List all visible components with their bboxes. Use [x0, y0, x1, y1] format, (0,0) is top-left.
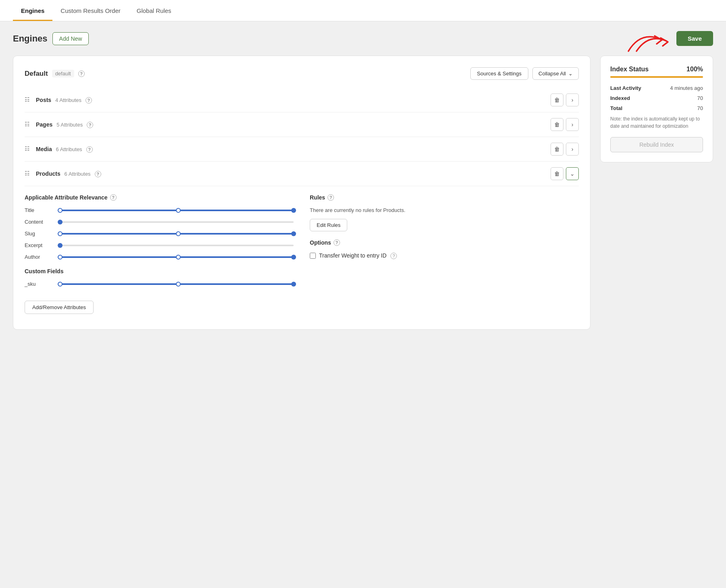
media-help-icon[interactable]: ?: [86, 146, 93, 153]
transfer-weight-help-icon[interactable]: ?: [390, 253, 397, 259]
media-source-name: Media 6 Attributes ?: [36, 146, 547, 153]
sources-settings-button[interactable]: Sources & Settings: [470, 67, 529, 80]
pages-doc-icon: ☷: [25, 121, 32, 128]
last-activity-label: Last Activity: [610, 85, 641, 91]
slider-row-slug: Slug: [25, 231, 294, 237]
slider-row-excerpt: Excerpt: [25, 242, 294, 248]
index-status-title: Index Status: [610, 66, 649, 73]
pages-help-icon[interactable]: ?: [87, 122, 93, 128]
pages-expand-button[interactable]: ›: [566, 118, 579, 131]
index-progress-fill: [610, 76, 703, 78]
options-section: Options ? Transfer Weight to entry ID ?: [310, 239, 579, 259]
products-delete-button[interactable]: 🗑: [551, 167, 563, 180]
slider-label-title: Title: [25, 207, 53, 213]
slider-label-slug: Slug: [25, 231, 53, 237]
posts-delete-button[interactable]: 🗑: [551, 93, 563, 106]
edit-rules-button[interactable]: Edit Rules: [310, 219, 347, 231]
slider-track-slug[interactable]: [58, 233, 294, 235]
engine-help-icon[interactable]: ?: [78, 71, 85, 77]
products-source-name: Products 6 Attributes ?: [36, 170, 547, 177]
slider-row-author: Author: [25, 254, 294, 260]
products-actions: 🗑 ⌄: [551, 167, 579, 180]
rules-empty-message: There are currently no rules for Product…: [310, 207, 579, 213]
posts-help-icon[interactable]: ?: [86, 97, 92, 104]
rules-options-section: Rules ? There are currently no rules for…: [310, 194, 579, 314]
source-row-products: ☷ Products 6 Attributes ? 🗑 ⌄: [25, 162, 579, 186]
index-stat-last-activity: Last Activity 4 minutes ago: [610, 85, 703, 91]
index-stat-indexed: Indexed 70: [610, 95, 703, 101]
options-title: Options ?: [310, 239, 579, 246]
pages-attrs: 5 Attributes: [56, 122, 83, 128]
index-card-header: Index Status 100%: [610, 66, 703, 73]
last-activity-value: 4 minutes ago: [670, 85, 703, 91]
rules-section: Rules ? There are currently no rules for…: [310, 194, 579, 231]
index-stat-total: Total 70: [610, 105, 703, 111]
slider-row-title: Title: [25, 207, 294, 213]
custom-fields-section: Custom Fields _sku: [25, 268, 294, 287]
indexed-label: Indexed: [610, 95, 630, 101]
slider-label-content: Content: [25, 219, 53, 225]
engine-header-actions: Sources & Settings Collapse All ⌄: [470, 67, 579, 80]
index-status-card: Index Status 100% Last Activity 4 minute…: [600, 56, 713, 162]
posts-expand-button[interactable]: ›: [566, 93, 579, 106]
index-percent: 100%: [686, 66, 703, 73]
index-note: Note: the index is automatically kept up…: [610, 115, 703, 130]
media-actions: 🗑 ›: [551, 143, 579, 156]
products-collapse-button[interactable]: ⌄: [566, 167, 579, 180]
pages-source-name: Pages 5 Attributes ?: [36, 121, 547, 128]
slider-track-content[interactable]: [58, 221, 294, 223]
total-value: 70: [697, 105, 703, 111]
collapse-all-label: Collapse All: [538, 71, 566, 77]
total-label: Total: [610, 105, 622, 111]
products-doc-icon: ☷: [25, 170, 32, 177]
save-area: Save: [676, 31, 713, 46]
tab-engines[interactable]: Engines: [13, 0, 52, 21]
attribute-relevance-section: Applicable Attribute Relevance ? Title: [25, 194, 294, 314]
slider-label-author: Author: [25, 254, 53, 260]
collapse-all-button[interactable]: Collapse All ⌄: [532, 67, 579, 80]
slider-track-title[interactable]: [58, 210, 294, 211]
slider-track-sku[interactable]: [58, 283, 294, 285]
pages-delete-button[interactable]: 🗑: [551, 118, 563, 131]
add-remove-attributes-button[interactable]: Add/Remove Attributes: [25, 301, 94, 314]
page-header: Engines Add New Save: [0, 21, 726, 56]
products-expanded-content: Applicable Attribute Relevance ? Title: [25, 186, 579, 318]
posts-source-name: Posts 4 Attributes ?: [36, 97, 547, 104]
add-new-button[interactable]: Add New: [52, 32, 89, 45]
source-row-media: ☷ Media 6 Attributes ? 🗑 ›: [25, 137, 579, 162]
transfer-weight-row: Transfer Weight to entry ID ?: [310, 252, 579, 259]
source-row-posts: ☷ Posts 4 Attributes ? 🗑 ›: [25, 88, 579, 112]
transfer-weight-checkbox[interactable]: [310, 253, 316, 259]
posts-actions: 🗑 ›: [551, 93, 579, 106]
engine-name-label: Default: [25, 70, 48, 78]
engine-tag: default: [52, 70, 74, 77]
slider-label-excerpt: Excerpt: [25, 242, 53, 248]
rebuild-index-button[interactable]: Rebuild Index: [610, 137, 703, 152]
engine-title: Default default ?: [25, 70, 85, 78]
options-help-icon[interactable]: ?: [334, 239, 340, 246]
source-row-pages: ☷ Pages 5 Attributes ? 🗑 ›: [25, 112, 579, 137]
tab-global-rules[interactable]: Global Rules: [129, 0, 179, 21]
products-help-icon[interactable]: ?: [95, 171, 101, 177]
index-progress-bar: [610, 76, 703, 78]
custom-fields-title: Custom Fields: [25, 268, 294, 274]
rules-help-icon[interactable]: ?: [328, 194, 334, 201]
attr-relevance-help-icon[interactable]: ?: [110, 194, 117, 201]
top-nav: Engines Custom Results Order Global Rule…: [0, 0, 726, 21]
slider-track-author[interactable]: [58, 256, 294, 258]
media-attrs: 6 Attributes: [56, 146, 82, 152]
save-button[interactable]: Save: [676, 31, 713, 46]
engine-card: Default default ? Sources & Settings Col…: [13, 56, 590, 330]
page-title: Engines: [13, 33, 48, 44]
slider-row-sku: _sku: [25, 281, 294, 287]
media-expand-button[interactable]: ›: [566, 143, 579, 156]
slider-label-sku: _sku: [25, 281, 53, 287]
red-arrow-annotation: [624, 27, 673, 59]
rules-title: Rules ?: [310, 194, 579, 201]
slider-track-excerpt[interactable]: [58, 245, 294, 246]
media-delete-button[interactable]: 🗑: [551, 143, 563, 156]
main-content: Default default ? Sources & Settings Col…: [0, 56, 726, 343]
tab-custom-results-order[interactable]: Custom Results Order: [52, 0, 128, 21]
indexed-value: 70: [697, 95, 703, 101]
nav-tabs: Engines Custom Results Order Global Rule…: [0, 0, 726, 21]
